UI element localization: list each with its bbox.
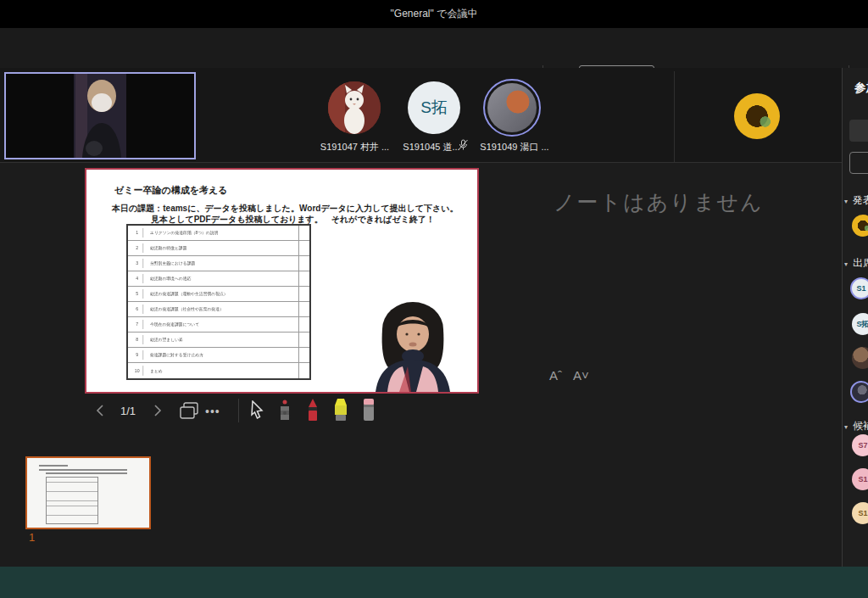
eraser-tool-icon[interactable] (362, 399, 376, 422)
teams-meeting-window: "General" で会議中 19:04 発表者モード 発表を停止 (0, 0, 868, 598)
participant-search-input[interactable] (849, 120, 868, 142)
video-gallery-strip: S191047 村井 ... S拓 S191045 道... S191049 湯… (0, 68, 868, 163)
page-indicator: 1/1 (120, 405, 136, 417)
shared-presentation-slide[interactable]: ゼミー卒論の構成を考える 本日の課題：teamsに、データを投稿しました。Wor… (85, 168, 479, 394)
slide-title: ゼミー卒論の構成を考える (114, 184, 228, 197)
self-video-feed (74, 74, 126, 158)
next-slide-button[interactable] (153, 405, 163, 416)
table-row: 5幼児の発達課題（運動や生活習慣の視点） (128, 287, 309, 302)
avatar-initials: S拓 (420, 97, 448, 119)
notes-empty-message: ノートはありません (554, 188, 764, 216)
thumbnail-page-number: 1 (29, 531, 35, 544)
laser-pointer-tool-icon[interactable] (278, 400, 292, 422)
slide-grid-icon[interactable] (180, 402, 198, 419)
presenter-camera-overlay (335, 297, 477, 392)
chevron-down-icon: ▾ (844, 260, 848, 268)
mic-off-icon (458, 139, 469, 150)
section-presenters[interactable]: ▾発表者 (844, 193, 868, 208)
panel-action-button[interactable] (849, 152, 868, 174)
table-row: 2幼児期の特徴と課題 (128, 241, 309, 256)
table-row: 8幼児の望ましい姿 (128, 333, 309, 348)
avatar: S拓 (408, 81, 460, 134)
participant-name: S191047 村井 ... (319, 141, 391, 154)
windows-taskbar: P O X W T 2 ^ (0, 567, 868, 598)
slide-thumbnail-selected[interactable] (25, 456, 151, 529)
panel-avatar[interactable]: S1 (850, 277, 868, 299)
chevron-down-icon: ▾ (844, 423, 848, 431)
pointer-tool-icon[interactable] (249, 400, 264, 419)
controls-divider (238, 399, 239, 422)
panel-avatar[interactable]: S7 (852, 434, 868, 456)
slide-body-line1: 本日の課題：teamsに、データを投稿しました。Wordデータに入力して提出して… (112, 203, 459, 215)
participant-name: S191045 道... (397, 141, 466, 154)
table-row: 3分野別主義における課題 (128, 256, 309, 271)
font-decrease-button[interactable]: A˅ (573, 368, 589, 383)
table-row: 9発達課題に対する受け止め方 (128, 348, 309, 363)
cat-avatar (328, 81, 381, 134)
avatar (328, 81, 381, 134)
participants-panel-header: 参加者 (854, 81, 868, 96)
section-attendees[interactable]: ▾出席者 (844, 256, 868, 271)
table-row: 4幼児期の環境への適応 (128, 271, 309, 287)
participant-tile-yuguchi[interactable] (483, 79, 541, 137)
participant-tile-michi[interactable]: S拓 (408, 81, 460, 134)
slide-table: 1エリクソンの発達段階（8つ）の説明 2幼児期の特徴と課題 3分野別主義における… (126, 224, 311, 380)
avatar (487, 83, 537, 132)
participant-tile-sunflower[interactable] (674, 68, 854, 162)
panel-avatar[interactable]: S拓 (852, 313, 868, 335)
participant-tile-murai[interactable] (328, 81, 381, 134)
highlighter-tool-icon[interactable] (333, 399, 348, 422)
panel-avatar-photo[interactable] (852, 347, 868, 369)
font-increase-button[interactable]: Aˆ (549, 368, 562, 383)
sunflower-avatar (734, 93, 780, 139)
panel-avatar-photo[interactable] (850, 381, 868, 403)
meeting-toolbar: 19:04 発表者モード 発表を停止 (0, 28, 868, 68)
panel-avatar[interactable]: S1 (852, 468, 868, 490)
table-row: 6幼児の発達課題（社会性や言葉の発達） (128, 302, 309, 317)
chevron-down-icon: ▾ (844, 198, 848, 205)
table-row: 10まとめ (128, 363, 309, 378)
slide-more-options-icon[interactable]: ••• (205, 405, 220, 418)
panel-avatar[interactable]: S1 (852, 502, 868, 524)
window-title-bar: "General" で会議中 (0, 0, 868, 28)
participants-panel: 参加者 ▾発表者 ▾出席者 S1 S拓 ▾候補 S7 S1 S1 (842, 68, 868, 567)
participant-name: S191049 湯口 ... (476, 141, 553, 154)
previous-slide-button[interactable] (95, 405, 105, 416)
table-row: 1エリクソンの発達段階（8つ）の説明 (128, 226, 309, 241)
table-row: 7今現在の発達課題について (128, 317, 309, 333)
meeting-title: "General" で会議中 (391, 7, 478, 21)
section-suggestions[interactable]: ▾候補 (844, 419, 868, 433)
red-pen-tool-icon[interactable] (306, 399, 320, 422)
panel-avatar-sunflower[interactable] (852, 215, 868, 237)
self-video-tile[interactable] (4, 72, 196, 159)
